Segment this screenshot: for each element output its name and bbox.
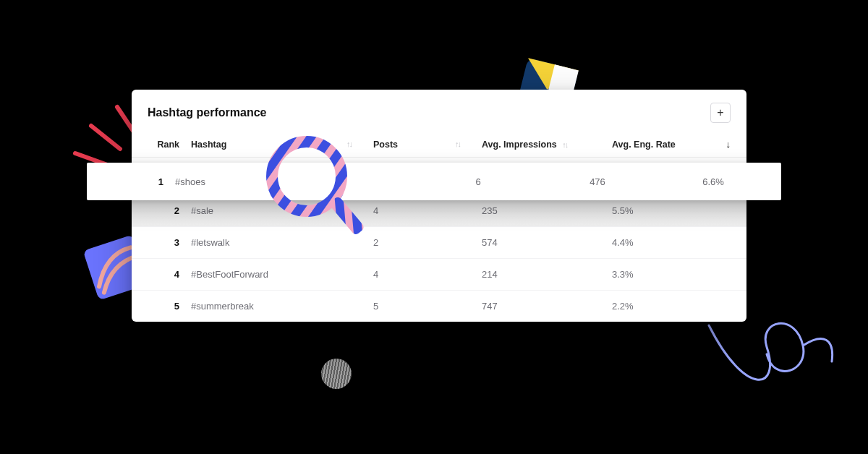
- sort-down-icon[interactable]: ↓: [726, 139, 731, 150]
- cell-impressions: 214: [482, 269, 612, 280]
- table-row-highlighted[interactable]: 1 #shoes 6 476 6.6%: [87, 163, 781, 200]
- cell-rank: 5: [148, 301, 191, 312]
- cell-hashtag: #shoes: [175, 176, 424, 187]
- plus-icon: +: [717, 106, 723, 119]
- svg-line-1: [91, 126, 120, 149]
- cell-impressions: 747: [482, 301, 612, 312]
- cell-hashtag: #summerbreak: [191, 301, 373, 312]
- col-header-posts[interactable]: Posts: [373, 140, 398, 150]
- panel-title: Hashtag performance: [148, 106, 267, 119]
- cell-posts: 2: [373, 237, 482, 248]
- decoration-texture-dot: [321, 359, 352, 389]
- col-header-engagement[interactable]: Avg. Eng. Rate: [612, 140, 713, 150]
- sort-icon[interactable]: ↑↓: [455, 140, 460, 148]
- table-row[interactable]: 4 #BestFootForward 4 214 3.3%: [132, 259, 746, 291]
- cell-rank: 3: [148, 237, 191, 248]
- sort-icon[interactable]: ↑↓: [562, 140, 567, 149]
- cell-hashtag: #letswalk: [191, 237, 373, 248]
- cell-posts: 4: [373, 205, 482, 216]
- col-header-hashtag[interactable]: Hashtag: [191, 140, 226, 150]
- cell-engagement: 2.2%: [612, 301, 713, 312]
- cell-impressions: 574: [482, 237, 612, 248]
- cell-hashtag: #BestFootForward: [191, 269, 373, 280]
- cell-engagement: 5.5%: [612, 205, 713, 216]
- cell-posts: 4: [373, 269, 482, 280]
- cell-rank: 4: [148, 269, 191, 280]
- cell-impressions: 476: [532, 176, 663, 187]
- cell-posts: 6: [424, 176, 532, 187]
- cell-engagement: 4.4%: [612, 237, 713, 248]
- add-button[interactable]: +: [710, 103, 731, 123]
- cell-hashtag: #sale: [191, 205, 373, 216]
- col-header-rank[interactable]: Rank: [148, 140, 191, 150]
- table-header: Rank Hashtag ↑↓ Posts ↑↓ Avg. Impression…: [132, 133, 746, 158]
- cell-impressions: 235: [482, 205, 612, 216]
- table-row[interactable]: 5 #summerbreak 5 747 2.2%: [132, 291, 746, 322]
- cell-posts: 5: [373, 301, 482, 312]
- hashtag-performance-panel: Hashtag performance + Rank Hashtag ↑↓ Po…: [132, 90, 746, 322]
- cell-rank: 2: [148, 205, 191, 216]
- col-header-impressions[interactable]: Avg. Impressions: [482, 140, 557, 150]
- cell-rank: 1: [132, 176, 175, 187]
- table-row[interactable]: 3 #letswalk 2 574 4.4%: [132, 227, 746, 259]
- sort-icon[interactable]: ↑↓: [346, 140, 352, 148]
- cell-engagement: 6.6%: [663, 176, 764, 187]
- cell-engagement: 3.3%: [612, 269, 713, 280]
